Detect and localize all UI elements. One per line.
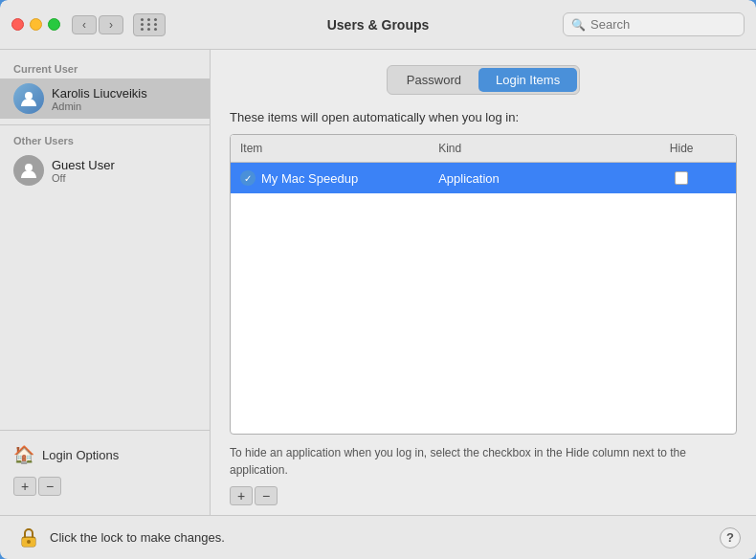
login-options-label: Login Options [42,448,119,462]
traffic-lights [11,18,60,31]
sidebar-add-remove: + − [0,473,210,500]
guest-user-info: Guest User Off [52,158,115,184]
th-hide: Hide [627,139,736,158]
tabs: Password Login Items [387,65,580,95]
tabs-container: Password Login Items [230,65,737,95]
add-item-button[interactable]: + [230,486,253,505]
minimize-button[interactable] [30,18,42,31]
avatar-current-user [13,83,44,114]
table-row[interactable]: ✓ My Mac Speedup Application [231,163,736,193]
sidebar-item-current-user[interactable]: Karolis Liucveikis Admin [0,78,210,119]
help-button[interactable]: ? [720,527,741,548]
hide-checkbox[interactable] [675,171,688,185]
sidebar-item-guest-user[interactable]: Guest User Off [0,150,210,190]
remove-item-button[interactable]: − [255,486,278,505]
guest-user-name: Guest User [52,158,115,172]
tab-login-items[interactable]: Login Items [478,68,577,92]
sidebar-bottom: 🏠 Login Options + − [0,430,210,505]
td-item-kind: Application [429,168,627,189]
sidebar-remove-button[interactable]: − [38,477,61,496]
guest-user-role: Off [52,172,115,184]
th-item: Item [231,139,429,158]
lock-text: Click the lock to make changes. [50,530,225,545]
avatar-guest-user [13,155,44,186]
table-header: Item Kind Hide [231,135,736,163]
td-item-name: ✓ My Mac Speedup [231,168,429,189]
sidebar-add-button[interactable]: + [13,477,36,496]
table-controls: + − [230,486,737,505]
other-users-label: Other Users [0,131,210,150]
item-icon: ✓ [240,170,256,186]
search-input[interactable] [590,17,736,32]
back-button[interactable]: ‹ [72,15,97,34]
main-content: Current User Karolis Liucveikis Admin Ot… [0,50,756,515]
svg-point-1 [25,164,33,171]
svg-point-0 [25,92,33,100]
td-item-hide [627,168,736,188]
nav-buttons: ‹ › [72,15,123,34]
table-body: ✓ My Mac Speedup Application [231,163,736,434]
search-box[interactable]: 🔍 [563,12,745,36]
titlebar: ‹ › Users & Groups 🔍 [0,0,756,50]
current-user-label: Current User [0,59,210,78]
sidebar: Current User Karolis Liucveikis Admin Ot… [0,50,211,515]
house-icon: 🏠 [13,444,34,465]
svg-point-4 [27,540,31,544]
window-title: Users & Groups [327,17,430,33]
lock-icon [17,526,40,549]
current-user-role: Admin [52,101,147,112]
zoom-button[interactable] [48,18,60,31]
description-text: These items will open automatically when… [230,110,737,124]
grid-button[interactable] [133,13,166,36]
search-icon: 🔍 [571,18,586,32]
tab-password[interactable]: Password [389,68,478,92]
lock-button[interactable] [15,525,42,551]
sidebar-item-login-options[interactable]: 🏠 Login Options [0,436,210,473]
th-kind: Kind [429,139,627,158]
login-items-table: Item Kind Hide ✓ My Mac Speedup Applicat… [230,134,737,435]
close-button[interactable] [11,18,24,31]
forward-button[interactable]: › [99,15,123,34]
helper-text: To hide an application when you log in, … [230,444,737,479]
current-user-name: Karolis Liucveikis [52,86,147,101]
current-user-info: Karolis Liucveikis Admin [52,86,147,112]
right-panel: Password Login Items These items will op… [211,50,756,515]
bottom-bar: Click the lock to make changes. ? [0,515,756,559]
sidebar-divider [0,124,210,125]
grid-icon [141,18,159,31]
